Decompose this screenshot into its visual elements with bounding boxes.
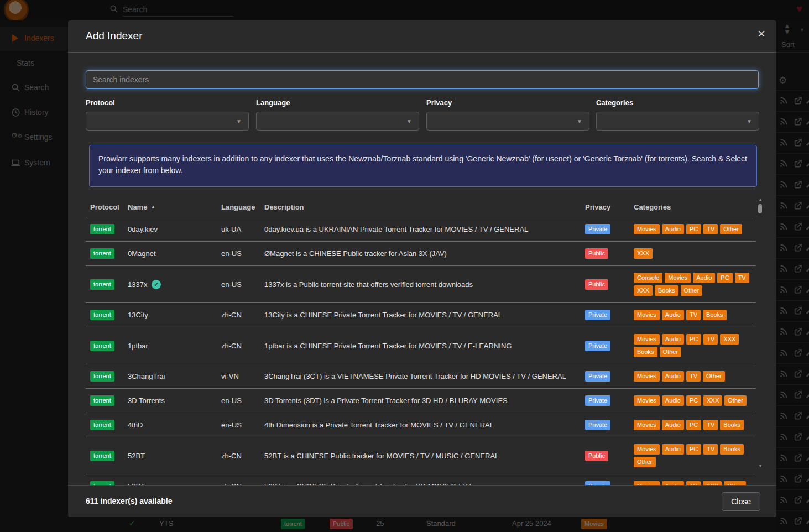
category-badge: TV (686, 310, 701, 320)
col-header-description[interactable]: Description (260, 199, 581, 217)
modal-scrollbar[interactable]: ▲ ▼ (758, 197, 763, 468)
language-filter: Language ▼ (256, 98, 419, 131)
category-badge: Audio (693, 273, 715, 283)
close-icon[interactable]: × (758, 27, 765, 40)
category-badge: TV (735, 273, 749, 283)
indexer-name: 3ChangTrai (128, 372, 165, 380)
language-select[interactable]: ▼ (256, 112, 419, 131)
col-header-privacy[interactable]: Privacy (581, 199, 629, 217)
category-badge: Audio (662, 444, 684, 455)
categories-select[interactable]: ▼ (596, 112, 759, 131)
category-badge: TV (703, 444, 718, 455)
table-row[interactable]: torrent 52BT✓ zh-CN 52BT is a CHINESE Pu… (86, 437, 756, 474)
category-badge: Movies (634, 420, 660, 430)
indexer-language: en-US (217, 389, 260, 413)
category-badge: Audio (662, 310, 684, 320)
indexer-language: en-US (217, 266, 260, 303)
protocol-badge: torrent (90, 420, 114, 430)
category-badge: Books (720, 444, 744, 455)
col-header-name[interactable]: Name▲ (123, 199, 217, 217)
indexer-categories: MoviesAudioTVBooks (629, 303, 756, 327)
added-check-icon: ✓ (152, 280, 161, 289)
category-badge: Audio (662, 334, 684, 345)
indexer-name: 13City (128, 311, 148, 319)
category-badge: Books (655, 285, 678, 296)
category-badge: Movies (634, 310, 660, 320)
protocol-badge: torrent (90, 279, 114, 290)
privacy-badge: Public (585, 279, 608, 290)
table-row[interactable]: torrent 0day.kiev✓ uk-UA 0day.kiev.ua is… (86, 217, 756, 242)
indexer-name: 1337x (128, 280, 147, 289)
indexer-description: 3D Torrents (3DT) is a Private Torrent T… (260, 389, 581, 413)
privacy-filter: Privacy ▼ (426, 98, 589, 131)
indexer-language: en-US (217, 242, 260, 266)
category-badge: Books (703, 310, 727, 320)
category-badge: XXX (703, 395, 722, 406)
indexer-categories: MoviesAudioPCXXXOther (629, 389, 756, 413)
category-badge: Movies (634, 224, 660, 234)
indexer-description: 13City is a CHINESE Private Torrent Trac… (260, 303, 581, 327)
close-button[interactable]: Close (722, 492, 760, 511)
category-badge: TV (703, 224, 718, 234)
indexer-description: 1337x is a Public torrent site that offe… (260, 266, 581, 303)
chevron-down-icon: ▼ (577, 118, 582, 124)
scrollbar-thumb[interactable] (758, 204, 762, 213)
category-badge: Books (720, 420, 744, 430)
category-badge: Books (634, 347, 657, 357)
chevron-down-icon: ▼ (236, 118, 242, 124)
indexer-name: 0day.kiev (128, 225, 158, 233)
protocol-badge: torrent (90, 371, 114, 382)
table-row[interactable]: torrent 0Magnet✓ en-US ØMagnet is a CHIN… (86, 242, 756, 266)
indexer-categories: MoviesAudioPCTVBooksOther (629, 437, 756, 474)
col-header-protocol[interactable]: Protocol (86, 199, 123, 217)
indexer-table: Protocol Name▲ Language Description Priv… (86, 199, 756, 499)
category-badge: Movies (634, 371, 660, 382)
indexer-description: 3ChangTrai (3CT) is a VIETNAMESE Private… (260, 364, 581, 389)
indexer-categories: ConsoleMoviesAudioPCTVXXXBooksOther (629, 266, 756, 303)
indexer-language: en-US (217, 413, 260, 437)
scroll-down-icon[interactable]: ▼ (758, 463, 763, 468)
table-row[interactable]: torrent 3ChangTrai✓ vi-VN 3ChangTrai (3C… (86, 364, 756, 389)
indexer-name: 3D Torrents (128, 397, 165, 405)
category-badge: Audio (662, 395, 684, 406)
indexer-name: 0Magnet (128, 249, 156, 258)
category-badge: TV (686, 371, 701, 382)
scroll-up-icon[interactable]: ▲ (758, 197, 763, 202)
indexer-search-input[interactable] (86, 70, 759, 89)
table-row[interactable]: torrent 1ptbar✓ zh-CN 1ptbar is a CHINES… (86, 327, 756, 364)
category-badge: TV (703, 420, 718, 430)
category-badge: XXX (634, 248, 653, 259)
privacy-badge: Private (585, 371, 610, 382)
privacy-badge: Public (585, 451, 608, 461)
privacy-badge: Private (585, 341, 610, 351)
table-row[interactable]: torrent 3D Torrents✓ en-US 3D Torrents (… (86, 389, 756, 413)
indexer-description: 4th Dimension is a Private Torrent Track… (260, 413, 581, 437)
indexer-name: 52BT (128, 452, 145, 460)
table-row[interactable]: torrent 4thD✓ en-US 4th Dimension is a P… (86, 413, 756, 437)
col-header-categories[interactable]: Categories (629, 199, 756, 217)
category-badge: PC (717, 273, 732, 283)
modal-header: Add Indexer × (68, 20, 776, 53)
category-badge: Other (703, 371, 725, 382)
indexer-description: 0day.kiev.ua is a UKRAINIAN Private Torr… (260, 217, 581, 242)
category-badge: Console (634, 273, 662, 283)
add-indexer-modal: Add Indexer × Protocol ▼ Language ▼ Priv… (68, 20, 776, 517)
table-row[interactable]: torrent 1337x✓ en-US 1337x is a Public t… (86, 266, 756, 303)
table-row[interactable]: torrent 13City✓ zh-CN 13City is a CHINES… (86, 303, 756, 327)
indexer-categories: MoviesAudioTVOther (629, 364, 756, 389)
indexer-categories: MoviesAudioPCTVOther (629, 217, 756, 242)
indexer-categories: XXX (629, 242, 756, 266)
category-badge: Movies (634, 395, 660, 406)
category-badge: Other (724, 395, 747, 406)
modal-footer: 611 indexer(s) available Close (68, 485, 776, 517)
protocol-badge: torrent (90, 248, 114, 259)
category-badge: PC (686, 224, 701, 234)
privacy-badge: Private (585, 224, 610, 234)
category-badge: PC (686, 444, 701, 455)
category-badge: XXX (720, 334, 739, 345)
protocol-select[interactable]: ▼ (86, 112, 249, 131)
col-header-language[interactable]: Language (217, 199, 260, 217)
chevron-down-icon: ▼ (747, 118, 752, 124)
privacy-select[interactable]: ▼ (426, 112, 589, 131)
category-badge: PC (686, 334, 701, 345)
